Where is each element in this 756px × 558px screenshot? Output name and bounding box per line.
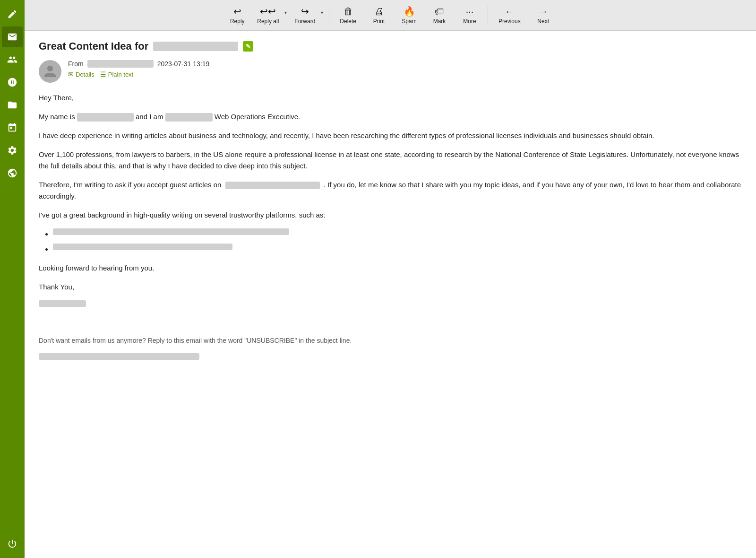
para2: Over 1,100 professions, from lawyers to … [39, 149, 742, 172]
name-blurred [77, 113, 134, 122]
spam-icon: 🔥 [404, 6, 415, 17]
reply-all-button[interactable]: ↩↩ Reply all [253, 3, 283, 27]
previous-icon: ← [505, 6, 514, 17]
reply-all-dropdown[interactable]: ▾ [283, 3, 289, 27]
reply-button[interactable]: ↩ Reply [223, 3, 251, 27]
sidebar-item-groups[interactable] [2, 72, 23, 93]
email-body: Hey There, My name is and I am Web Opera… [39, 92, 742, 364]
role-text: Web Operations Executive. [215, 113, 300, 121]
delete-label: Delete [340, 18, 356, 25]
meta-from-line: From 2023-07-31 13:19 [68, 60, 209, 68]
edit-icon[interactable]: ✎ [243, 41, 253, 52]
forward-dropdown[interactable]: ▾ [319, 3, 325, 27]
subject-blurred [153, 42, 238, 51]
sidebar-item-globe[interactable] [2, 163, 23, 183]
sidebar-item-contacts[interactable] [2, 49, 23, 70]
sign-off: Thank You, [39, 281, 742, 293]
separator-1 [329, 6, 329, 25]
separator-2 [488, 6, 488, 25]
platform-1-blurred [53, 228, 289, 235]
next-label: Next [537, 18, 549, 25]
more-button[interactable]: ··· More [455, 3, 484, 27]
more-label: More [463, 18, 476, 25]
forward-group: ↪ Forward ▾ [291, 3, 325, 27]
site-blurred [225, 182, 320, 189]
para1: I have deep experience in writing articl… [39, 130, 742, 141]
forward-icon: ↪ [301, 6, 309, 17]
print-button[interactable]: 🖨 Print [365, 3, 393, 27]
details-link[interactable]: ✉ Details [68, 70, 94, 78]
role-blurred [165, 113, 213, 122]
platform-2-blurred [53, 244, 232, 250]
previous-label: Previous [498, 18, 521, 25]
platform-item-1 [53, 228, 742, 240]
avatar [39, 60, 61, 83]
spam-label: Spam [402, 18, 416, 25]
spam-button[interactable]: 🔥 Spam [395, 3, 423, 27]
plain-text-lines-icon: ☰ [100, 70, 106, 78]
mark-label: Mark [433, 18, 446, 25]
closing: Looking forward to hearing from you. [39, 262, 742, 274]
reply-all-icon: ↩↩ [260, 6, 276, 17]
forward-button[interactable]: ↪ Forward [291, 3, 319, 27]
footer-url-blurred [39, 353, 199, 360]
delete-icon: 🗑 [344, 6, 353, 17]
sidebar-item-mail[interactable] [2, 26, 23, 47]
plain-text-label: Plain text [108, 71, 133, 78]
forward-label: Forward [294, 18, 315, 25]
signature [39, 300, 742, 312]
details-label: Details [76, 71, 94, 78]
print-label: Print [373, 18, 385, 25]
toolbar: ↩ Reply ↩↩ Reply all ▾ ↪ Forward ▾ 🗑 Del… [25, 0, 756, 31]
intro-text: My name is [39, 113, 75, 121]
subject-text: Great Content Idea for [39, 40, 148, 52]
sidebar-item-power[interactable] [2, 533, 23, 554]
print-icon: 🖨 [374, 6, 384, 17]
reply-all-label: Reply all [257, 18, 279, 25]
platform-list [53, 228, 742, 255]
mark-icon: 🏷 [435, 6, 444, 17]
intro-paragraph: My name is and I am Web Operations Execu… [39, 111, 742, 122]
email-area: Great Content Idea for ✎ From 2023-07-31… [25, 31, 756, 558]
intro-suffix: and I am [136, 113, 163, 121]
email-subject: Great Content Idea for ✎ [39, 40, 742, 52]
platform-item-2 [53, 244, 742, 255]
para4: I've got a great background in high-qual… [39, 209, 742, 221]
details-envelope-icon: ✉ [68, 70, 74, 78]
delete-button[interactable]: 🗑 Delete [333, 3, 363, 27]
reply-all-group: ↩↩ Reply all ▾ [253, 3, 289, 27]
sidebar-item-compose[interactable] [2, 4, 23, 25]
sig-blurred [39, 300, 86, 307]
previous-button[interactable]: ← Previous [492, 3, 527, 27]
para3: Therefore, I'm writing to ask if you acc… [39, 179, 742, 202]
greeting: Hey There, [39, 92, 742, 104]
plain-text-link[interactable]: ☰ Plain text [100, 70, 133, 78]
email-date: 2023-07-31 13:19 [157, 60, 210, 68]
sidebar-item-calendar[interactable] [2, 117, 23, 138]
sidebar-item-settings[interactable] [2, 140, 23, 161]
sidebar-item-files[interactable] [2, 95, 23, 115]
meta-details: From 2023-07-31 13:19 ✉ Details ☰ Plain … [68, 60, 209, 78]
para3-prefix: Therefore, I'm writing to ask if you acc… [39, 181, 221, 189]
reply-label: Reply [230, 18, 245, 25]
main-content: ↩ Reply ↩↩ Reply all ▾ ↪ Forward ▾ 🗑 Del… [25, 0, 756, 558]
sidebar [0, 0, 25, 558]
email-footer: Don't want emails from us anymore? Reply… [39, 326, 742, 364]
next-button[interactable]: → Next [529, 3, 558, 27]
sender-blurred [87, 60, 154, 68]
from-label: From [68, 60, 84, 68]
email-meta: From 2023-07-31 13:19 ✉ Details ☰ Plain … [39, 60, 742, 83]
meta-actions: ✉ Details ☰ Plain text [68, 70, 209, 78]
reply-icon: ↩ [233, 6, 241, 17]
more-icon: ··· [466, 6, 474, 17]
mark-button[interactable]: 🏷 Mark [425, 3, 454, 27]
footer-note: Don't want emails from us anymore? Reply… [39, 335, 742, 346]
next-icon: → [539, 6, 548, 17]
footer-blurred [39, 353, 742, 364]
